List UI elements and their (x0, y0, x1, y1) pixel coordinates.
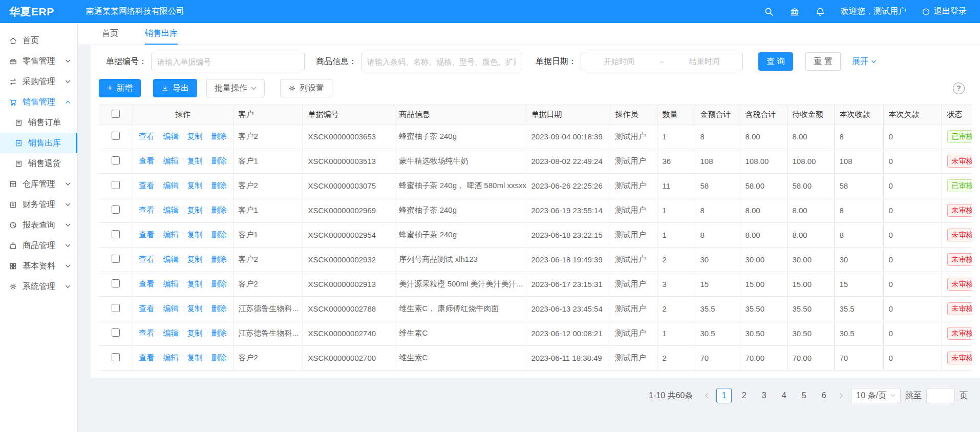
divider (207, 182, 207, 189)
sidebar-item-home[interactable]: 首页 (0, 30, 77, 51)
row-checkbox[interactable] (112, 255, 120, 263)
prev-page-icon[interactable] (704, 393, 710, 399)
cell-qty: 2 (657, 248, 695, 272)
sidebar-item-warehouse[interactable]: 仓库管理 (0, 174, 77, 194)
view-link[interactable]: 查看 (139, 156, 155, 165)
gift-icon (9, 57, 17, 66)
goods-info-input[interactable] (361, 53, 522, 70)
delete-link[interactable]: 删除 (211, 230, 227, 239)
copy-link[interactable]: 复制 (187, 328, 203, 337)
view-link[interactable]: 查看 (139, 304, 155, 313)
page-number-4[interactable]: 4 (776, 388, 792, 403)
bill-no-input[interactable] (151, 53, 305, 70)
copy-link[interactable]: 复制 (187, 181, 203, 190)
cell-customer: 客户2 (233, 248, 303, 272)
sidebar-item-reports[interactable]: 报表查询 (0, 215, 77, 235)
row-checkbox[interactable] (112, 279, 120, 287)
copy-link[interactable]: 复制 (187, 279, 203, 288)
edit-link[interactable]: 编辑 (163, 279, 179, 288)
sidebar-item-retail[interactable]: 零售管理 (0, 51, 77, 71)
delete-link[interactable]: 删除 (211, 255, 227, 263)
row-checkbox[interactable] (112, 156, 120, 164)
page-number-2[interactable]: 2 (736, 388, 752, 403)
delete-link[interactable]: 删除 (211, 328, 227, 337)
delete-link[interactable]: 删除 (211, 156, 227, 165)
page-size-select[interactable]: 10 条/页 (851, 388, 901, 403)
view-link[interactable]: 查看 (139, 181, 155, 190)
edit-link[interactable]: 编辑 (163, 230, 179, 239)
jump-to-input[interactable] (926, 388, 955, 403)
tab-home[interactable]: 首页 (102, 23, 118, 45)
copy-link[interactable]: 复制 (187, 304, 203, 313)
row-checkbox[interactable] (112, 304, 120, 312)
sidebar-item-basic-data[interactable]: 基本资料 (0, 256, 77, 276)
view-link[interactable]: 查看 (139, 205, 155, 214)
column-settings-button[interactable]: 列设置 (280, 79, 332, 97)
edit-link[interactable]: 编辑 (163, 132, 179, 140)
row-checkbox[interactable] (112, 181, 120, 189)
date-range-picker[interactable]: 开始时间 ~ 结束时间 (581, 53, 743, 70)
copy-link[interactable]: 复制 (187, 132, 203, 140)
sidebar-item-goods[interactable]: 商品管理 (0, 235, 77, 256)
sidebar-item-sales[interactable]: 销售管理 (0, 92, 77, 112)
page-number-3[interactable]: 3 (756, 388, 772, 403)
logout-button[interactable]: 退出登录 (922, 6, 967, 17)
edit-link[interactable]: 编辑 (163, 328, 179, 337)
status-badge: 未审核 (947, 204, 972, 217)
search-icon[interactable] (764, 7, 774, 17)
sidebar-item-system[interactable]: 系统管理 (0, 276, 77, 297)
app-logo[interactable]: 华夏ERP (0, 5, 78, 19)
delete-link[interactable]: 删除 (211, 304, 227, 313)
delete-link[interactable]: 删除 (211, 181, 227, 190)
batch-actions-button[interactable]: 批量操作 (206, 79, 265, 97)
cell-operator: 测试用户 (610, 198, 657, 223)
delete-link[interactable]: 删除 (211, 353, 227, 362)
row-checkbox[interactable] (112, 132, 120, 140)
view-link[interactable]: 查看 (139, 279, 155, 288)
edit-link[interactable]: 编辑 (163, 181, 179, 190)
view-link[interactable]: 查看 (139, 255, 155, 263)
page-number-1[interactable]: 1 (716, 388, 732, 403)
expand-link[interactable]: 展开 (852, 56, 877, 67)
export-button[interactable]: 导出 (153, 79, 197, 97)
copy-link[interactable]: 复制 (187, 255, 203, 263)
edit-link[interactable]: 编辑 (163, 304, 179, 313)
cell-amount: 108 (695, 149, 740, 174)
delete-link[interactable]: 删除 (211, 279, 227, 288)
sidebar-item-purchase[interactable]: 采购管理 (0, 71, 77, 92)
row-checkbox[interactable] (112, 353, 120, 361)
edit-link[interactable]: 编辑 (163, 353, 179, 362)
help-icon[interactable]: ? (953, 83, 965, 94)
row-checkbox[interactable] (112, 328, 120, 337)
edit-link[interactable]: 编辑 (163, 205, 179, 214)
row-checkbox[interactable] (112, 205, 120, 214)
search-button[interactable]: 查 询 (758, 52, 793, 71)
page-number-6[interactable]: 6 (816, 388, 832, 403)
reset-button[interactable]: 重 置 (805, 52, 840, 71)
view-link[interactable]: 查看 (139, 132, 155, 140)
select-all-checkbox[interactable] (112, 110, 120, 118)
view-link[interactable]: 查看 (139, 328, 155, 337)
page-number-5[interactable]: 5 (796, 388, 812, 403)
delete-link[interactable]: 删除 (211, 205, 227, 214)
row-checkbox[interactable] (112, 230, 120, 238)
sidebar-item-sales-order[interactable]: 销售订单 (0, 112, 77, 133)
edit-link[interactable]: 编辑 (163, 255, 179, 263)
sidebar-item-finance[interactable]: 财务管理 (0, 194, 77, 215)
next-page-icon[interactable] (838, 393, 844, 399)
sidebar-item-sales-outbound[interactable]: 销售出库 (0, 133, 77, 153)
bell-icon[interactable] (815, 7, 825, 17)
view-link[interactable]: 查看 (139, 353, 155, 362)
edit-link[interactable]: 编辑 (163, 156, 179, 165)
view-link[interactable]: 查看 (139, 230, 155, 239)
add-button[interactable]: + 新增 (99, 79, 141, 97)
copy-link[interactable]: 复制 (187, 205, 203, 214)
copy-link[interactable]: 复制 (187, 156, 203, 165)
tab-sales-outbound[interactable]: 销售出库 (145, 23, 178, 45)
cell-receivable: 58.00 (787, 174, 834, 198)
bank-icon[interactable] (790, 7, 800, 17)
delete-link[interactable]: 删除 (211, 132, 227, 140)
copy-link[interactable]: 复制 (187, 353, 203, 362)
sidebar-item-sales-return[interactable]: 销售退货 (0, 153, 77, 174)
copy-link[interactable]: 复制 (187, 230, 203, 239)
